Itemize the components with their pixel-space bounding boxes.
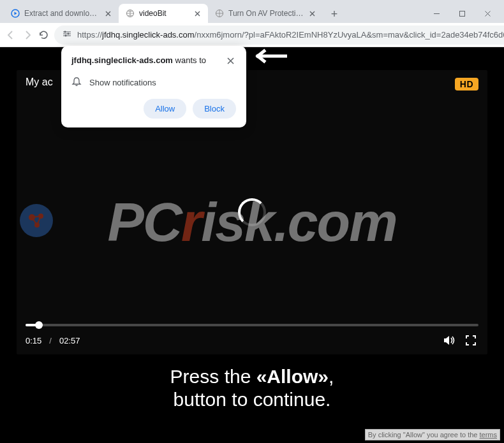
tab-strip: Extract and download audio an… videoBit …: [0, 0, 504, 23]
favicon-play-icon: [10, 8, 20, 18]
tab-title: Turn On AV Protection: [228, 9, 304, 18]
permission-title: jfdhq.singleclick-ads.com wants to: [71, 55, 206, 66]
back-button[interactable]: [5, 26, 17, 44]
watermark-logo-icon: [18, 202, 55, 242]
forward-button[interactable]: [22, 26, 33, 44]
arrow-annotation-icon: [253, 47, 287, 68]
disclaimer: By clicking "Allow" you agree to the ter…: [365, 429, 500, 440]
minimize-button[interactable]: [424, 4, 449, 23]
tab-1[interactable]: videoBit: [119, 4, 208, 23]
tab-title: Extract and download audio an…: [24, 9, 100, 18]
svg-point-6: [65, 35, 67, 37]
svg-point-4: [64, 31, 66, 33]
terms-link[interactable]: terms: [480, 431, 498, 439]
bell-icon: [71, 76, 82, 89]
permission-item: Show notifications: [71, 76, 236, 89]
video-title: My ac: [26, 76, 53, 88]
favicon-globe-icon: [125, 8, 135, 18]
time-separator: /: [49, 336, 52, 345]
permission-popup: jfdhq.singleclick-ads.com wants to Show …: [61, 46, 246, 127]
window-controls: [424, 4, 500, 23]
maximize-button[interactable]: [449, 4, 475, 23]
close-icon[interactable]: [193, 9, 202, 18]
url-text: https://jfdhq.singleclick-ads.com/nxxm6j…: [77, 30, 504, 40]
fullscreen-icon[interactable]: [463, 333, 478, 348]
address-bar[interactable]: https://jfdhq.singleclick-ads.com/nxxm6j…: [54, 25, 504, 45]
svg-rect-3: [459, 11, 464, 16]
cta-message: Press the «Allow», button to continue.: [0, 366, 504, 410]
svg-point-5: [68, 33, 70, 35]
block-button[interactable]: Block: [193, 99, 236, 119]
tab-2[interactable]: Turn On AV Protection: [208, 4, 323, 23]
time-current: 0:15: [26, 336, 41, 345]
allow-button[interactable]: Allow: [144, 99, 186, 119]
close-icon[interactable]: [308, 9, 316, 18]
tab-0[interactable]: Extract and download audio an…: [4, 4, 119, 23]
progress-bar[interactable]: [26, 324, 478, 326]
site-settings-icon[interactable]: [62, 29, 72, 41]
video-controls: 0:15 / 02:57: [26, 324, 478, 348]
favicon-globe-icon: [214, 8, 225, 18]
close-icon[interactable]: [103, 9, 112, 18]
close-icon[interactable]: [225, 55, 236, 66]
svg-point-10: [20, 204, 53, 237]
browser-chrome: Extract and download audio an… videoBit …: [0, 0, 504, 47]
toolbar: https://jfdhq.singleclick-ads.com/nxxm6j…: [0, 23, 504, 47]
loading-spinner-icon: [238, 198, 266, 226]
volume-icon[interactable]: [441, 333, 457, 348]
progress-thumb[interactable]: [35, 321, 43, 329]
tab-title: videoBit: [139, 9, 189, 18]
close-window-button[interactable]: [475, 4, 500, 23]
new-tab-button[interactable]: +: [325, 5, 343, 23]
hd-badge: HD: [455, 78, 478, 91]
time-duration: 02:57: [59, 336, 80, 345]
reload-button[interactable]: [38, 26, 49, 44]
